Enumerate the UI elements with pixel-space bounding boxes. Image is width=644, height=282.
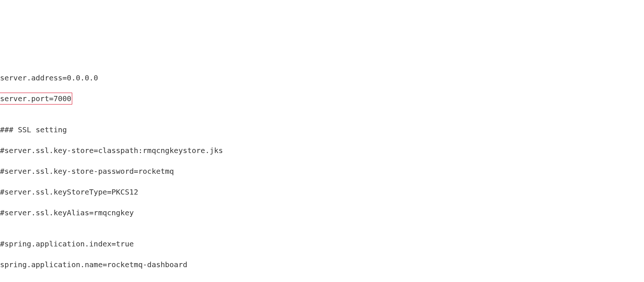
- config-line: ### SSL setting: [0, 125, 644, 135]
- config-line: #server.ssl.key-store-password=rocketmq: [0, 166, 644, 176]
- config-line: #spring.application.index=true: [0, 239, 644, 249]
- highlight-server-port: server.port=7000: [0, 93, 71, 104]
- config-line: spring.application.name=rocketmq-dashboa…: [0, 259, 644, 270]
- config-file-text: server.address=0.0.0.0 server.port=7000 …: [0, 52, 644, 282]
- config-line: #server.ssl.keyAlias=rmqcngkey: [0, 208, 644, 218]
- config-line: #server.ssl.keyStoreType=PKCS12: [0, 187, 644, 197]
- config-line: #server.ssl.key-store=classpath:rmqcngke…: [0, 145, 644, 156]
- config-line: server.address=0.0.0.0: [0, 73, 644, 83]
- config-line: spring.http.encoding.charset=UTF-8: [0, 280, 644, 282]
- config-line: server.port=7000: [0, 93, 644, 104]
